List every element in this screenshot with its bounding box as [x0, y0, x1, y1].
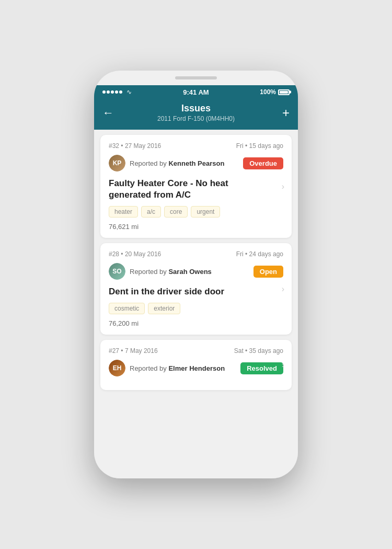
card-meta-time: Sat • 35 days ago: [234, 347, 283, 354]
signal-dot-1: [102, 90, 106, 94]
card-meta-id-date: #32 • 27 May 2016: [109, 142, 161, 150]
reporter-info: KP Reported by Kenneth Pearson: [109, 155, 224, 171]
status-left: ∿: [102, 88, 132, 96]
signal-dot-3: [111, 90, 114, 94]
card-reporter-row: KP Reported by Kenneth Pearson Overdue: [109, 155, 283, 171]
tag: exterior: [148, 303, 180, 314]
screen: ∿ 9:41 AM 100% ← Issues 2011 Ford F-150 …: [94, 85, 298, 478]
card-meta-id-date: #28 • 20 May 2016: [109, 250, 161, 258]
signal-dot-5: [119, 90, 122, 94]
chevron-right-icon: ›: [282, 182, 284, 191]
chevron-right-icon: ›: [282, 284, 284, 294]
status-badge: Open: [253, 266, 283, 278]
card-reporter-row: EH Reported by Elmer Henderson Resolved: [109, 360, 283, 376]
battery-fill: [280, 91, 288, 94]
card-meta-time: Fri • 24 days ago: [236, 250, 283, 258]
avatar-circle: SO: [109, 263, 125, 280]
header-title-group: Issues 2011 Ford F-150 (0M4HH0): [118, 103, 274, 122]
header-subtitle: 2011 Ford F-150 (0M4HH0): [118, 115, 274, 122]
status-right: 100%: [260, 88, 290, 96]
status-time: 9:41 AM: [183, 88, 209, 96]
issues-list: #32 • 27 May 2016 Fri • 15 days ago KP R…: [94, 130, 298, 478]
card-mileage: 76,621 mi: [109, 223, 283, 231]
phone-notch: [94, 71, 298, 85]
phone-shell: ∿ 9:41 AM 100% ← Issues 2011 Ford F-150 …: [94, 71, 298, 478]
wifi-icon: ∿: [126, 88, 132, 96]
avatar-circle: EH: [109, 360, 125, 376]
battery-icon: [278, 89, 290, 95]
card-meta-id-date: #27 • 7 May 2016: [109, 347, 158, 354]
header: ← Issues 2011 Ford F-150 (0M4HH0) +: [94, 98, 298, 130]
reporter-name: Elmer Henderson: [168, 364, 225, 372]
issue-card[interactable]: #32 • 27 May 2016 Fri • 15 days ago KP R…: [100, 135, 292, 238]
card-mileage: 76,200 mi: [109, 319, 283, 327]
card-title: Dent in the driver side door: [109, 286, 283, 298]
battery-percent: 100%: [260, 88, 276, 96]
tag: urgent: [191, 206, 220, 218]
card-meta-row: #27 • 7 May 2016 Sat • 35 days ago: [109, 347, 283, 354]
issue-card[interactable]: #27 • 7 May 2016 Sat • 35 days ago EH Re…: [100, 340, 292, 390]
avatar-circle: KP: [109, 155, 125, 171]
card-meta-time: Fri • 15 days ago: [236, 142, 283, 150]
reporter-name: Kenneth Pearson: [168, 159, 224, 167]
add-issue-button[interactable]: +: [274, 106, 290, 120]
card-meta-row: #28 • 20 May 2016 Fri • 24 days ago: [109, 250, 283, 258]
reporter-info: SO Reported by Sarah Owens: [109, 263, 212, 280]
card-reporter-row: SO Reported by Sarah Owens Open: [109, 263, 283, 280]
signal-dots: [102, 90, 122, 94]
tag: core: [164, 206, 188, 218]
tags-row: heatera/ccoreurgent: [109, 206, 283, 218]
chevron-right-icon: ›: [282, 360, 284, 370]
card-title: Faulty Heater Core - No heat generated f…: [109, 178, 283, 201]
status-badge: Resolved: [240, 362, 283, 374]
reporter-name: Sarah Owens: [168, 268, 211, 276]
card-meta-row: #32 • 27 May 2016 Fri • 15 days ago: [109, 142, 283, 150]
back-button[interactable]: ←: [102, 106, 118, 120]
issue-card[interactable]: #28 • 20 May 2016 Fri • 24 days ago SO R…: [100, 243, 292, 335]
page-title: Issues: [118, 103, 274, 114]
signal-dot-4: [115, 90, 118, 94]
reporter-text: Reported by Sarah Owens: [130, 268, 212, 276]
reporter-text: Reported by Elmer Henderson: [130, 364, 225, 372]
avatar: EH: [109, 360, 125, 376]
tag: cosmetic: [109, 303, 145, 314]
reporter-info: EH Reported by Elmer Henderson: [109, 360, 225, 376]
phone-pill: [175, 76, 217, 79]
avatar: SO: [109, 263, 125, 280]
signal-dot-2: [107, 90, 110, 94]
tags-row: cosmeticexterior: [109, 303, 283, 314]
status-bar: ∿ 9:41 AM 100%: [94, 85, 298, 98]
avatar: KP: [109, 155, 125, 171]
tag: a/c: [141, 206, 161, 218]
tag: heater: [109, 206, 138, 218]
reporter-text: Reported by Kenneth Pearson: [130, 159, 224, 167]
status-badge: Overdue: [243, 157, 283, 169]
